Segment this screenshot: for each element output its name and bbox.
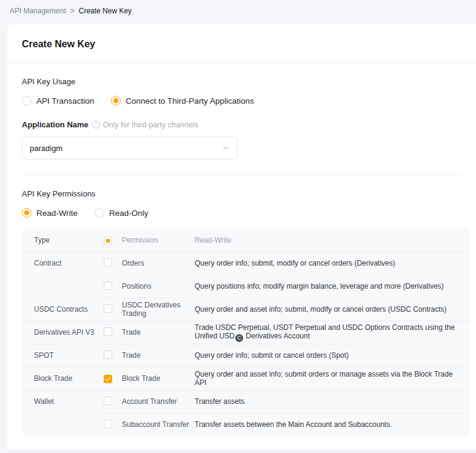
radio-read-only[interactable]: Read-Only	[95, 208, 149, 218]
select-value: paradigm	[30, 144, 62, 153]
row-type-label: Derivatives API V3	[34, 328, 104, 337]
table-row: WalletAccount TransferTransfer assets	[22, 390, 470, 413]
row-description: Query order info; submit or cancel order…	[195, 351, 463, 360]
row-checkbox-cell	[104, 397, 122, 407]
radio-read-write[interactable]: Read-Write	[22, 208, 78, 218]
api-key-usage-section: API Key Usage API Transaction Connect to…	[7, 77, 476, 106]
row-permission-label: Account Transfer	[122, 397, 195, 406]
row-checkbox-cell	[104, 420, 122, 430]
permissions-table-body: ContractOrdersQuery order info; submit, …	[22, 252, 470, 436]
row-description: Query order info; submit, modify or canc…	[195, 259, 463, 267]
row-permission-label: Orders	[122, 259, 195, 267]
radio-api-transaction[interactable]: API Transaction	[22, 96, 94, 106]
row-type-label: Block Trade	[34, 374, 104, 383]
permission-checkbox[interactable]	[104, 375, 112, 383]
permission-checkbox[interactable]	[104, 304, 112, 313]
radio-label: Read-Write	[36, 209, 78, 218]
radio-label: Read-Only	[109, 209, 149, 218]
table-row: Derivatives API V3TradeTrade USDC Perpet…	[22, 321, 470, 344]
application-name-section: Application Name i Only for third-party …	[7, 120, 476, 159]
api-key-permissions-section: API Key Permissions Read-Write Read-Only	[7, 189, 476, 218]
header-checkbox-cell	[104, 236, 122, 245]
section-divider	[22, 174, 461, 175]
header-permission: Permission	[122, 236, 195, 244]
row-type-label: USDC Contracts	[34, 305, 104, 314]
row-permission-label: USDC Derivatives Trading	[122, 301, 195, 318]
permissions-table: Type Permission Read-Write ContractOrder…	[22, 229, 470, 437]
header-type: Type	[34, 236, 104, 244]
application-name-label: Application Name i Only for third-party …	[22, 120, 461, 129]
chevron-down-icon	[221, 144, 230, 152]
table-row: PositionsQuery positions info; modify ma…	[22, 275, 470, 298]
row-permission-label: Positions	[122, 282, 195, 290]
row-description: Query order and asset info; submit, modi…	[195, 305, 463, 314]
page-title: Create New Key	[7, 24, 476, 62]
row-description: Query order and asset info; submit order…	[195, 370, 463, 387]
radio-label: Connect to Third-Party Applications	[126, 96, 253, 106]
permission-checkbox[interactable]	[104, 258, 112, 267]
usdc-badge-icon: C	[235, 334, 243, 342]
application-name-text: Application Name	[22, 120, 89, 129]
breadcrumb-separator: >	[70, 7, 75, 15]
radio-label: API Transaction	[36, 96, 94, 106]
row-description: Transfer assets between the Main Account…	[195, 420, 463, 429]
row-description: Query positions info; modify margin bala…	[195, 282, 463, 290]
application-name-select[interactable]: paradigm	[22, 136, 238, 159]
row-checkbox-cell	[104, 281, 122, 292]
permission-checkbox[interactable]	[104, 327, 112, 336]
row-description: Trade USDC Perpetual, USDT Perpetual and…	[195, 323, 463, 342]
row-checkbox-cell	[104, 304, 122, 315]
table-row: SPOTTradeQuery order info; submit or can…	[22, 344, 470, 367]
create-new-key-card: Create New Key API Key Usage API Transac…	[7, 24, 476, 449]
table-row: ContractOrdersQuery order info; submit, …	[22, 252, 470, 275]
permission-checkbox[interactable]	[104, 281, 112, 290]
table-row: Block TradeBlock TradeQuery order and as…	[22, 367, 470, 390]
radio-connect-third-party[interactable]: Connect to Third-Party Applications	[111, 96, 253, 106]
application-name-hint: i Only for third-party channels	[92, 121, 198, 129]
table-row: Subaccount TransferTransfer assets betwe…	[22, 413, 470, 436]
row-permission-label: Block Trade	[122, 374, 195, 383]
header-mode: Read-Write	[195, 236, 463, 244]
row-checkbox-cell	[104, 327, 122, 338]
api-key-usage-label: API Key Usage	[22, 77, 461, 86]
row-type-label: Wallet	[34, 397, 104, 406]
permission-checkbox[interactable]	[104, 351, 112, 359]
breadcrumb-current: Create New Key	[79, 7, 132, 15]
select-all-checkbox[interactable]	[104, 237, 112, 245]
row-type-label: Contract	[34, 259, 104, 267]
row-description: Transfer assets	[195, 397, 463, 406]
row-checkbox-cell	[104, 351, 122, 361]
row-checkbox-cell	[104, 258, 122, 269]
permission-checkbox[interactable]	[104, 397, 112, 405]
row-permission-label: Trade	[122, 328, 195, 337]
radio-icon[interactable]	[95, 208, 104, 218]
hint-text: Only for third-party channels	[103, 121, 198, 129]
table-row: USDC ContractsUSDC Derivatives TradingQu…	[22, 298, 470, 321]
row-permission-label: Trade	[122, 351, 195, 360]
info-icon: i	[92, 121, 100, 129]
permissions-table-header: Type Permission Read-Write	[22, 229, 470, 252]
permission-checkbox[interactable]	[104, 420, 112, 428]
usage-radio-group: API Transaction Connect to Third-Party A…	[22, 96, 461, 106]
row-permission-label: Subaccount Transfer	[122, 420, 195, 429]
api-key-permissions-label: API Key Permissions	[22, 189, 461, 198]
radio-icon[interactable]	[111, 96, 121, 106]
radio-icon[interactable]	[22, 96, 32, 106]
breadcrumb-parent-link[interactable]: API Management	[10, 7, 66, 15]
breadcrumb: API Management > Create New Key	[0, 0, 476, 22]
row-checkbox-cell	[104, 374, 122, 383]
permissions-radio-group: Read-Write Read-Only	[22, 208, 461, 218]
radio-icon[interactable]	[22, 208, 32, 218]
row-type-label: SPOT	[34, 351, 104, 360]
